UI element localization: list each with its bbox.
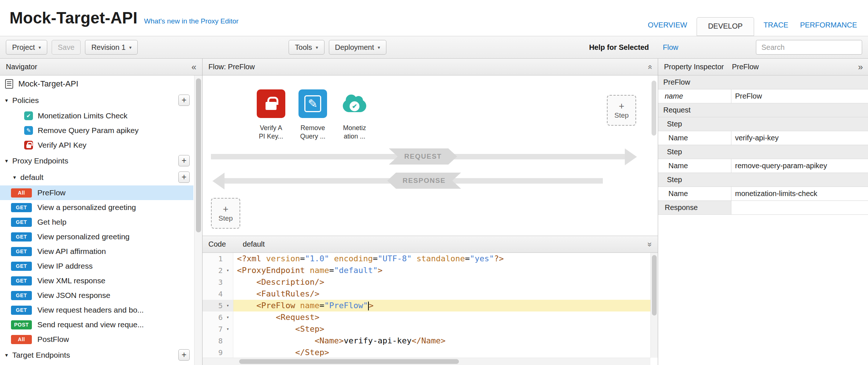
flow-item-label: View request headers and bo...	[37, 306, 144, 314]
collapse-panel-icon[interactable]: «	[192, 62, 196, 72]
inspector-kv-row[interactable]: Nameverify-api-key	[658, 131, 868, 145]
inspector-kv-row[interactable]: Namemonetization-limits-check	[658, 187, 868, 201]
tab-trace[interactable]: TRACE	[758, 16, 794, 36]
flow-item[interactable]: GETView JSON response	[0, 288, 193, 303]
code-line[interactable]: 9 </Step>	[203, 347, 650, 358]
code-line[interactable]: 1<?xml version="1.0" encoding="UTF-8" st…	[203, 253, 650, 265]
policy-label: Monetization Limits Check	[38, 111, 127, 120]
policy-item[interactable]: Verify API Key	[0, 138, 193, 152]
add-step-button-top[interactable]: + Step	[607, 95, 636, 126]
inspector-section-row[interactable]: Step	[658, 173, 868, 187]
whats-new-link[interactable]: What's new in the Proxy Editor	[144, 17, 238, 25]
fold-toggle-icon[interactable]: ▾	[224, 323, 231, 335]
flow-item[interactable]: GETView request headers and bo...	[0, 303, 193, 317]
flow-item[interactable]: GETView a personalized greeting	[0, 200, 193, 215]
tools-button-label: Tools	[295, 43, 312, 52]
code-horizontal-scrollbar[interactable]	[203, 358, 650, 365]
flow-step[interactable]: ✎Remove Query ...	[292, 89, 333, 141]
collapse-code-icon[interactable]: »	[645, 242, 654, 246]
project-button-label: Project	[12, 43, 35, 52]
flow-item[interactable]: GETView IP address	[0, 259, 193, 273]
flow-item[interactable]: AllPostFlow	[0, 332, 193, 347]
flow-canvas[interactable]: Verify A PI Key...✎Remove Query ...✔Mone…	[203, 75, 658, 236]
flow-canvas-scrollbar-thumb[interactable]	[652, 81, 656, 136]
navigator-scrollbar-thumb[interactable]	[196, 78, 201, 232]
inspector-rows: PreFlownamePreFlowRequestStepNameverify-…	[658, 75, 868, 365]
flow-item[interactable]: GETGet help	[0, 215, 193, 229]
code-line[interactable]: 7▾ <Step>	[203, 323, 650, 335]
inspector-section-row[interactable]: Step	[658, 117, 868, 131]
flow-item[interactable]: POSTSend request and view reque...	[0, 317, 193, 332]
fold-toggle-icon[interactable]: ▾	[224, 300, 231, 311]
plus-icon: +	[223, 204, 228, 214]
property-inspector-header: Property Inspector PreFlow »	[658, 59, 868, 75]
policy-item[interactable]: ✎Remove Query Param apikey	[0, 123, 193, 138]
endpoint-group-default[interactable]: ▾ default +	[0, 169, 193, 185]
tab-overview[interactable]: OVERVIEW	[642, 16, 693, 36]
top-header: Mock-Target-API What's new in the Proxy …	[0, 0, 868, 36]
flow-item[interactable]: GETView XML response	[0, 273, 193, 288]
code-text: <ProxyEndpoint name="default">	[233, 265, 650, 276]
code-panel-title: Code	[208, 240, 226, 248]
tools-button[interactable]: Tools ▾	[289, 40, 324, 55]
code-editor[interactable]: 1<?xml version="1.0" encoding="UTF-8" st…	[203, 253, 658, 365]
tab-performance[interactable]: PERFORMANCE	[794, 16, 863, 36]
proxy-document-icon	[5, 79, 13, 89]
proxy-editor-app: { "icons": { "dropdown_caret": "▾", "sec…	[0, 0, 868, 365]
section-target-endpoints[interactable]: ▾ Target Endpoints +	[0, 347, 193, 363]
flow-item[interactable]: GETView API affirmation	[0, 244, 193, 259]
code-horizontal-scrollbar-thumb[interactable]	[239, 359, 459, 364]
expand-panel-icon[interactable]: »	[858, 62, 863, 72]
policy-item[interactable]: ✔Monetization Limits Check	[0, 108, 193, 123]
add-proxy-endpoint-button[interactable]: +	[178, 155, 190, 166]
collapse-flow-icon[interactable]: »	[645, 64, 654, 69]
inspector-kv-row[interactable]: Nameremove-query-param-apikey	[658, 159, 868, 173]
property-value: remove-query-param-apikey	[731, 162, 827, 170]
property-value: verify-api-key	[731, 134, 779, 142]
code-text: <PreFlow name="PreFlow">	[233, 300, 650, 311]
code-vertical-scrollbar[interactable]	[650, 253, 658, 358]
flow-item[interactable]: AllPreFlow	[0, 185, 193, 200]
flow-step[interactable]: Verify A PI Key...	[251, 89, 292, 141]
fold-toggle-icon[interactable]: ▾	[224, 311, 231, 323]
code-line[interactable]: 8 <Name>verify-api-key</Name>	[203, 335, 650, 347]
code-vertical-scrollbar-thumb[interactable]	[652, 255, 657, 316]
policies-section-label: Policies	[12, 96, 39, 105]
flows-list: AllPreFlowGETView a personalized greetin…	[0, 185, 193, 347]
code-line[interactable]: 3 <Description/>	[203, 276, 650, 288]
fold-toggle-icon[interactable]: ▾	[224, 265, 231, 276]
code-line[interactable]: 6▾ <Request>	[203, 311, 650, 323]
inspector-kv-row[interactable]: Response	[658, 201, 868, 215]
inspector-kv-row[interactable]: namePreFlow	[658, 89, 868, 103]
nav-root-item[interactable]: Mock-Target-API	[0, 75, 193, 92]
help-flow-link[interactable]: Flow	[663, 43, 678, 52]
flow-step[interactable]: ✔Monetiz ation ...	[334, 89, 375, 141]
flow-item-label: PreFlow	[37, 188, 66, 197]
code-line[interactable]: 2▾<ProxyEndpoint name="default">	[203, 265, 650, 276]
save-button[interactable]: Save	[52, 40, 81, 55]
policies-list: ✔Monetization Limits Check✎Remove Query …	[0, 108, 193, 152]
navigator-scrollbar[interactable]	[194, 75, 202, 365]
deployment-button[interactable]: Deployment ▾	[329, 40, 386, 55]
inspector-section-row[interactable]: PreFlow	[658, 75, 868, 89]
tab-develop[interactable]: DEVELOP	[697, 17, 754, 36]
code-line[interactable]: 4 <FaultRules/>	[203, 288, 650, 300]
method-badge: All	[11, 188, 32, 198]
flow-item[interactable]: GETView personalized greeting	[0, 229, 193, 244]
add-flow-button[interactable]: +	[178, 172, 190, 183]
section-proxy-endpoints[interactable]: ▾ Proxy Endpoints +	[0, 152, 193, 169]
project-button[interactable]: Project ▾	[6, 40, 47, 55]
search-input[interactable]	[756, 40, 862, 55]
section-policies[interactable]: ▾ Policies +	[0, 92, 193, 108]
inspector-section-row[interactable]: Request	[658, 103, 868, 117]
add-policy-button[interactable]: +	[178, 95, 190, 106]
add-target-endpoint-button[interactable]: +	[178, 349, 190, 361]
revision-button[interactable]: Revision 1 ▾	[85, 40, 138, 55]
method-badge: All	[11, 335, 32, 344]
code-text: <FaultRules/>	[233, 288, 650, 300]
section-label: Step	[667, 120, 682, 128]
inspector-section-row[interactable]: Step	[658, 145, 868, 159]
flow-steps: Verify A PI Key...✎Remove Query ...✔Mone…	[251, 89, 375, 141]
code-line[interactable]: 5▾ <PreFlow name="PreFlow">	[203, 300, 650, 311]
add-step-button-bottom[interactable]: + Step	[211, 198, 240, 229]
